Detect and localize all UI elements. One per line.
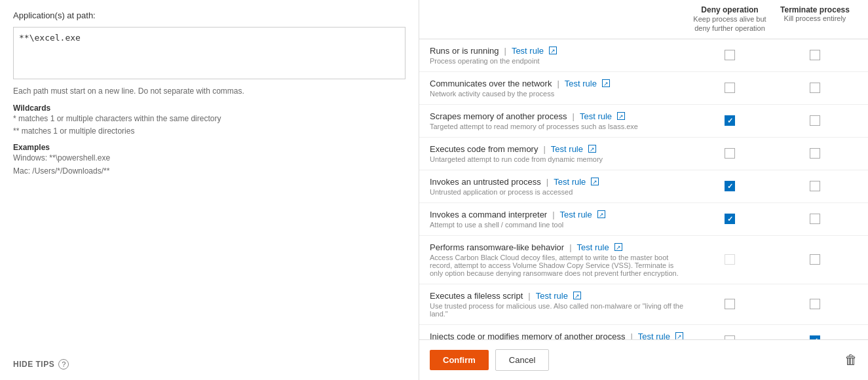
rule-name: Executes a fileless script: [430, 291, 523, 301]
deny-checkbox[interactable]: [725, 181, 735, 191]
confirm-button[interactable]: Confirm: [430, 350, 489, 370]
terminate-checkbox[interactable]: [810, 299, 820, 309]
table-row: Communicates over the network|Test rule↗…: [419, 72, 868, 105]
rule-description: Untargeted attempt to run code from dyna…: [430, 155, 687, 163]
deny-op-subtitle: Keep process alive but deny further oper…: [687, 14, 772, 33]
deny-checkbox: [725, 254, 735, 265]
rule-name: Invokes a command interpreter: [430, 210, 547, 219]
hide-tips-button[interactable]: HIDE TIPS: [13, 360, 54, 369]
test-rule-link[interactable]: Test rule: [565, 79, 597, 88]
terminate-process-title: Terminate process: [772, 5, 858, 14]
deny-checkbox[interactable]: [725, 299, 735, 309]
external-link-icon: ↗: [549, 47, 557, 54]
terminate-checkbox[interactable]: [810, 214, 820, 224]
terminate-checkbox[interactable]: [810, 181, 820, 191]
external-link-icon: ↗: [588, 145, 596, 153]
external-link-icon: ↗: [573, 292, 581, 299]
terminate-checkbox[interactable]: [810, 254, 820, 265]
table-row: Executes a fileless script|Test rule↗Use…: [419, 284, 868, 325]
test-rule-link[interactable]: Test rule: [551, 144, 583, 154]
wildcards-content: * matches 1 or multiple characters withi…: [13, 113, 406, 138]
examples-content: Windows: **\powershell.exe Mac: /Users/*…: [13, 152, 406, 177]
deny-checkbox[interactable]: [725, 148, 735, 159]
table-row: Invokes an untrusted process|Test rule↗U…: [419, 170, 868, 203]
deny-checkbox[interactable]: [725, 214, 735, 224]
footer: Confirm Cancel 🗑: [419, 339, 868, 380]
external-link-icon: ↗: [597, 210, 605, 218]
external-link-icon: ↗: [591, 178, 599, 185]
table-row: Performs ransomware-like behavior|Test r…: [419, 236, 868, 284]
rule-description: Attempt to use a shell / command line to…: [430, 221, 687, 229]
external-link-icon: ↗: [617, 112, 625, 120]
hint-text: Each path must start on a new line. Do n…: [13, 86, 406, 96]
table-header: Deny operation Keep process alive but de…: [419, 0, 868, 39]
rule-name: Communicates over the network: [430, 79, 552, 88]
help-icon[interactable]: ?: [58, 359, 69, 370]
examples-title: Examples: [13, 143, 406, 152]
path-input[interactable]: **\excel.exe: [13, 27, 406, 79]
table-row: Invokes a command interpreter|Test rule↗…: [419, 203, 868, 236]
terminate-checkbox[interactable]: [810, 83, 820, 93]
rule-description: Targeted attempt to read memory of proce…: [430, 123, 687, 130]
rule-description: Access Carbon Black Cloud decoy files, a…: [430, 254, 687, 277]
deny-checkbox[interactable]: [725, 115, 735, 126]
rule-name: Scrapes memory of another process: [430, 111, 567, 121]
cancel-button[interactable]: Cancel: [495, 349, 549, 371]
test-rule-link[interactable]: Test rule: [560, 210, 592, 219]
test-rule-link[interactable]: Test rule: [554, 177, 586, 187]
rules-table: Runs or is running|Test rule↗Process ope…: [419, 39, 868, 358]
rule-name: Executes code from memory: [430, 144, 538, 154]
path-label: Application(s) at path:: [13, 10, 406, 20]
table-row: Executes code from memory|Test rule↗Unta…: [419, 138, 868, 170]
deny-checkbox[interactable]: [725, 50, 735, 60]
rule-name: Performs ransomware-like behavior: [430, 242, 564, 252]
deny-checkbox[interactable]: [725, 83, 735, 93]
rule-description: Network activity caused by the process: [430, 90, 687, 98]
wildcards-title: Wildcards: [13, 104, 406, 113]
external-link-icon: ↗: [602, 79, 610, 87]
terminate-checkbox[interactable]: [810, 148, 820, 159]
rule-name: Invokes an untrusted process: [430, 177, 541, 187]
test-rule-link[interactable]: Test rule: [536, 291, 568, 301]
external-link-icon: ↗: [614, 243, 622, 251]
terminate-process-subtitle: Kill process entirely: [772, 14, 858, 22]
terminate-checkbox[interactable]: [810, 50, 820, 60]
test-rule-link[interactable]: Test rule: [580, 111, 612, 121]
delete-icon[interactable]: 🗑: [844, 352, 858, 368]
rule-description: Use trusted process for malicious use. A…: [430, 302, 687, 318]
rule-description: Process operating on the endpoint: [430, 57, 687, 65]
test-rule-link[interactable]: Test rule: [577, 242, 609, 252]
terminate-checkbox[interactable]: [810, 115, 820, 126]
table-row: Scrapes memory of another process|Test r…: [419, 105, 868, 138]
rule-name: Runs or is running: [430, 46, 499, 56]
table-row: Runs or is running|Test rule↗Process ope…: [419, 39, 868, 72]
deny-op-title: Deny operation: [687, 5, 772, 14]
rule-description: Untrusted application or process is acce…: [430, 188, 687, 196]
test-rule-link[interactable]: Test rule: [512, 46, 544, 56]
